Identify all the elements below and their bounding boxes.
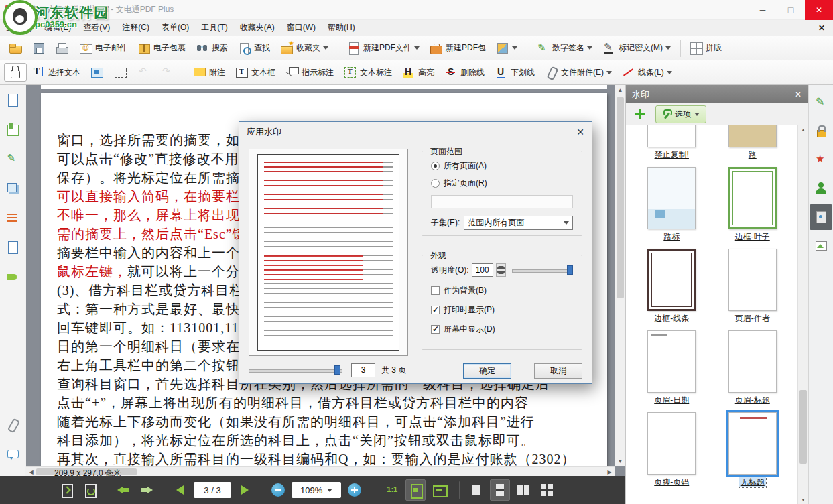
line-tool-button[interactable]: 线条(L): [617, 63, 677, 82]
actual-size-button[interactable]: [382, 479, 402, 501]
opacity-input[interactable]: [472, 263, 493, 277]
search-button[interactable]: 搜索: [191, 39, 233, 58]
spinner-down-icon[interactable]: [497, 269, 505, 274]
zoom-in-button[interactable]: [344, 479, 365, 501]
watermark-thumb-border-lines[interactable]: 边框-线条: [646, 247, 697, 325]
continuous-button[interactable]: [490, 479, 510, 501]
digital-sign-button[interactable]: 数字签名: [531, 39, 597, 58]
bottombar-item[interactable]: [375, 481, 375, 499]
all-pages-radio[interactable]: 所有页面(A): [431, 160, 573, 172]
view-forward-button[interactable]: [137, 479, 157, 501]
watermark-thumb-road[interactable]: 路: [727, 125, 778, 162]
print-button[interactable]: [51, 39, 74, 58]
menu-favorites[interactable]: 收藏夹(A): [234, 20, 281, 36]
prev-page-button[interactable]: [170, 479, 190, 501]
combine-button[interactable]: [491, 39, 522, 58]
panel-scrollbar[interactable]: [797, 125, 808, 504]
close-document-icon[interactable]: [818, 23, 825, 33]
epackage-button[interactable]: 电子包裹: [133, 39, 190, 58]
attachments-panel-icon[interactable]: [0, 410, 25, 440]
panel-scroll-thumb[interactable]: [799, 390, 807, 464]
nav-annotations[interactable]: [0, 144, 25, 174]
comments-panel-icon[interactable]: [0, 440, 25, 469]
menu-comment[interactable]: 注释(C): [116, 20, 155, 36]
specify-pages-radio[interactable]: 指定页面(R): [431, 178, 573, 189]
open-button[interactable]: [4, 39, 27, 58]
watermark-thumb-signpost[interactable]: 路标: [646, 166, 697, 243]
single-page-button[interactable]: [466, 479, 487, 501]
watermark-thumb-header-title[interactable]: 页眉-标题: [727, 329, 778, 407]
nav-tags[interactable]: [0, 262, 25, 292]
page-number-box[interactable]: 3 / 3: [194, 482, 231, 498]
add-watermark-button[interactable]: [631, 105, 649, 123]
redo-button[interactable]: [156, 63, 179, 82]
undo-button[interactable]: [133, 63, 155, 82]
horizontal-scrollbar[interactable]: 209.9 x 297.0 毫米: [26, 466, 615, 476]
textbox-button[interactable]: 文本框: [231, 63, 280, 82]
show-on-screen-checkbox[interactable]: 屏幕中显示(D): [431, 324, 573, 335]
fit-page-button[interactable]: [405, 479, 426, 501]
spinner-up-icon[interactable]: [497, 264, 505, 269]
highlight-button[interactable]: 高亮: [397, 63, 439, 82]
find-button[interactable]: 查找: [233, 39, 275, 58]
select-text-button[interactable]: 选择文本: [27, 63, 85, 82]
cancel-button[interactable]: 取消: [534, 363, 582, 379]
toolbar-button[interactable]: [184, 64, 184, 81]
dialog-close-icon[interactable]: [576, 127, 584, 137]
menu-window[interactable]: 窗口(W): [281, 20, 322, 36]
bottombar-item[interactable]: [103, 479, 110, 501]
vertical-scrollbar[interactable]: [615, 85, 625, 466]
close-button[interactable]: [805, 0, 833, 20]
preview-page-slider[interactable]: [249, 365, 342, 375]
hand-tool-button[interactable]: [4, 63, 27, 82]
toolbar-button[interactable]: [680, 40, 681, 57]
watermark-thumb-footer-page[interactable]: 页脚-页码: [646, 411, 697, 489]
zoom-out-button[interactable]: [268, 479, 288, 501]
watermark-thumb-border-leaf[interactable]: 边框-叶子: [727, 166, 778, 243]
stamp-icon[interactable]: [810, 147, 832, 172]
minimize-button[interactable]: [749, 0, 777, 20]
dialog-titlebar[interactable]: 应用水印: [239, 122, 592, 141]
imposition-button[interactable]: 拼版: [685, 39, 726, 58]
rotate-page-button[interactable]: [80, 479, 100, 501]
strikeout-button[interactable]: 删除线: [440, 63, 489, 82]
facing-button[interactable]: [513, 479, 533, 501]
watermark-thumb-no-copy[interactable]: 禁止复制!: [646, 125, 697, 162]
options-button[interactable]: 选项: [655, 105, 706, 123]
vertical-scroll-thumb[interactable]: [617, 97, 624, 298]
ok-button[interactable]: 确定: [463, 363, 511, 379]
watermark-thumb-header-author[interactable]: 页眉-作者: [727, 247, 778, 325]
export-image-icon[interactable]: [810, 233, 832, 259]
maximize-button[interactable]: [777, 0, 805, 20]
scroll-up-icon[interactable]: [615, 85, 625, 95]
view-back-button[interactable]: [113, 479, 133, 501]
fit-width-button[interactable]: [429, 479, 449, 501]
facing-continuous-button[interactable]: [537, 479, 557, 501]
nav-form-fields[interactable]: [0, 233, 25, 262]
save-button[interactable]: [27, 39, 50, 58]
subset-select[interactable]: 范围内所有页面: [464, 216, 573, 230]
secure-lock-icon[interactable]: [810, 118, 832, 143]
contacts-icon[interactable]: [810, 176, 832, 201]
preview-page-input[interactable]: [351, 363, 375, 377]
toolbar-button[interactable]: [338, 40, 338, 57]
toolbar-button[interactable]: [527, 40, 527, 57]
opacity-spinner[interactable]: [496, 263, 506, 277]
nav-outline[interactable]: [0, 203, 25, 233]
favorites-button[interactable]: 收藏夹: [275, 39, 333, 58]
underline-button[interactable]: 下划线: [490, 63, 539, 82]
scroll-down-icon[interactable]: [615, 456, 625, 466]
bottombar-item[interactable]: [160, 479, 167, 501]
attach-file-button[interactable]: 文件附件(E): [540, 63, 617, 82]
nav-layers[interactable]: [0, 174, 25, 203]
menu-tools[interactable]: 工具(T): [195, 20, 233, 36]
watermark-thumb-header-date[interactable]: 页眉-日期: [646, 329, 697, 407]
new-pdf-button[interactable]: 新建PDF文件: [342, 39, 424, 58]
show-when-printing-checkbox[interactable]: 打印时显示(P): [431, 304, 573, 316]
preview-slider-thumb[interactable]: [334, 365, 340, 375]
email-button[interactable]: 电子邮件: [74, 39, 132, 58]
snapshot-button[interactable]: [86, 63, 109, 82]
menu-form[interactable]: 表单(O): [155, 20, 195, 36]
sign-pen-icon[interactable]: [810, 89, 832, 115]
scroll-left-icon[interactable]: [26, 467, 36, 476]
